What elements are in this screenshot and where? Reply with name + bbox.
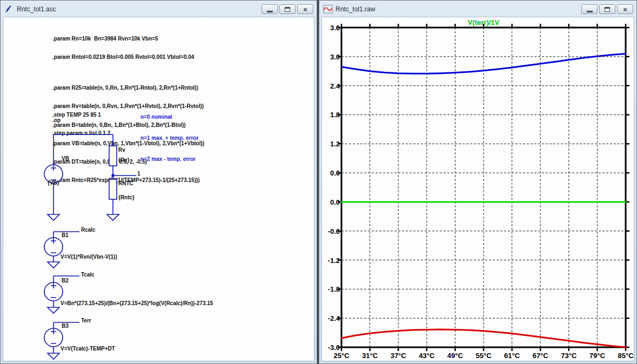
plot-pane[interactable]: V(terr)/1V 3.63.02.41.81.20.60.0-0.6-1.2… — [322, 17, 634, 361]
waveform-window: Rntc_tol1.raw × V(terr)/1V 3.63.02.41.81… — [319, 0, 637, 364]
minimize-icon — [587, 11, 593, 12]
y-tick-label: -1.8 — [322, 285, 340, 293]
component-value-label[interactable]: V=Bn*(273.15+25)/(Bn+(273.15+25)*log(V(R… — [61, 300, 213, 306]
y-tick-label: 0.6 — [322, 169, 340, 177]
y-tick-label: -0.6 — [322, 227, 340, 235]
component-value-label[interactable]: V=V(Tcalc)-TEMP+DT — [61, 346, 115, 352]
close-button[interactable]: × — [617, 4, 633, 14]
component-value-label[interactable]: {Rv} — [118, 157, 130, 163]
restore-icon — [605, 7, 610, 12]
x-tick-label: 43°C — [415, 352, 439, 360]
resistor-Rv[interactable] — [109, 146, 117, 166]
component-name-label[interactable]: RNTC — [118, 180, 133, 186]
x-tick-label: 73°C — [557, 352, 581, 360]
y-tick-label: -2.4 — [322, 314, 340, 322]
schematic-canvas[interactable]: .param Rn=10k Bn=3984 Rvn=10k Vbn=5 .par… — [3, 17, 314, 361]
waveform-icon — [323, 5, 333, 14]
node-junction[interactable] — [112, 174, 115, 177]
minimize-button[interactable] — [581, 4, 598, 14]
x-tick-label: 67°C — [528, 352, 552, 360]
y-tick-label: 1.8 — [322, 111, 340, 119]
ground-symbol[interactable] — [48, 353, 59, 359]
component-name-label[interactable]: B3 — [62, 323, 69, 329]
component-value-label[interactable]: V=V(1)*Rvn/(Vbn-V(1)) — [61, 254, 117, 260]
x-tick-label: 61°C — [500, 352, 524, 360]
y-tick-label: -3.0 — [322, 343, 340, 352]
window-title: Rntc_tol1.raw — [336, 5, 375, 13]
waveform-pane: V(terr)/1V 3.63.02.41.81.20.60.0-0.6-1.2… — [321, 17, 634, 361]
net-label[interactable]: Terr — [81, 318, 91, 323]
component-name-label[interactable]: B2 — [62, 278, 69, 284]
minimize-icon — [267, 11, 273, 12]
restore-button[interactable] — [599, 4, 615, 14]
restore-button[interactable] — [279, 4, 296, 14]
y-tick-label: 1.2 — [322, 140, 340, 148]
net-label[interactable]: Rcalc — [81, 227, 96, 233]
net-label[interactable]: 1 — [137, 171, 140, 177]
x-tick-label: 49°C — [443, 352, 467, 360]
component-name-label[interactable]: Rv — [118, 147, 125, 153]
ground-symbol[interactable] — [107, 214, 119, 220]
restore-icon — [285, 7, 290, 12]
waveform-plot[interactable] — [341, 28, 626, 347]
resistor-RNTC[interactable] — [109, 179, 117, 199]
component-name-label[interactable]: B1 — [62, 232, 69, 238]
x-tick-label: 79°C — [585, 352, 609, 360]
component-name-label[interactable]: VB — [62, 156, 69, 161]
close-button[interactable]: × — [297, 4, 313, 14]
component-value-label[interactable]: {VB} — [48, 180, 59, 186]
schematic-window: Rntc_tol1.asc × .param Rn=10k Bn=3984 Rv… — [0, 0, 317, 364]
x-tick-label: 37°C — [386, 352, 410, 360]
ltspice-schematic-icon — [4, 5, 14, 14]
ground-symbol[interactable] — [48, 262, 59, 268]
net-label[interactable]: Tcalc — [81, 272, 95, 278]
x-tick-label: 31°C — [358, 352, 382, 360]
y-tick-label: 2.4 — [322, 82, 340, 90]
minimize-button[interactable] — [261, 4, 278, 14]
schematic-drawing — [3, 17, 314, 361]
x-tick-label: 55°C — [472, 352, 495, 360]
window-title: Rntc_tol1.asc — [17, 5, 56, 13]
x-tick-label: 25°C — [330, 352, 353, 360]
x-tick-label: 85°C — [614, 352, 634, 360]
close-icon: × — [623, 6, 627, 13]
y-tick-label: 3.6 — [322, 24, 340, 32]
component-value-label[interactable]: {Rntc} — [118, 194, 135, 200]
schematic-window-titlebar[interactable]: Rntc_tol1.asc × — [3, 2, 314, 16]
waveform-window-titlebar[interactable]: Rntc_tol1.raw × — [321, 2, 634, 16]
close-icon: × — [303, 6, 307, 13]
y-tick-label: 3.0 — [322, 53, 340, 61]
y-tick-label: 0.0 — [322, 198, 340, 206]
ground-symbol[interactable] — [48, 307, 59, 313]
y-tick-label: -1.2 — [322, 257, 340, 265]
ground-symbol[interactable] — [48, 214, 59, 220]
